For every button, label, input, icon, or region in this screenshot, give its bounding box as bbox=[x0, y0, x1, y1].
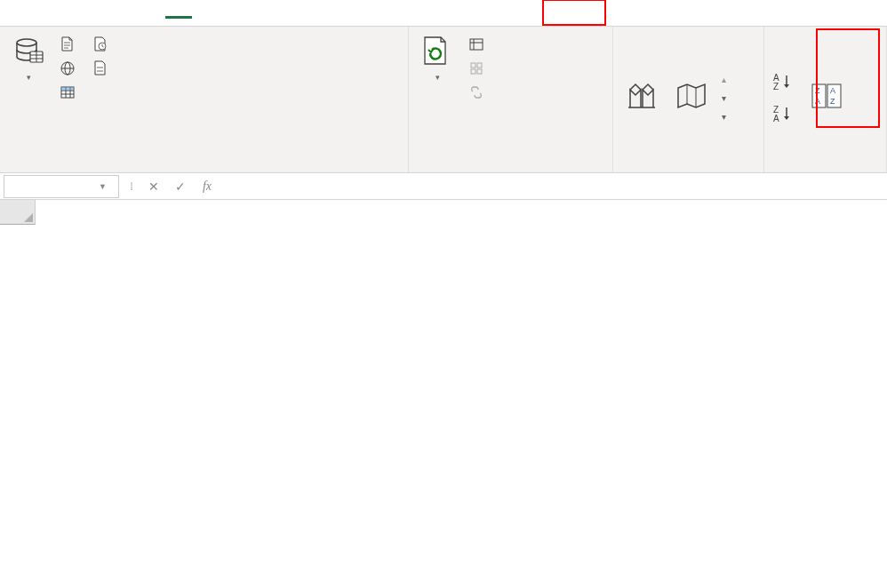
from-table-button[interactable] bbox=[55, 82, 84, 103]
tab-view[interactable] bbox=[219, 9, 245, 18]
tab-help[interactable] bbox=[272, 9, 299, 18]
svg-rect-16 bbox=[61, 87, 74, 91]
scroll-up-icon[interactable]: ▴ bbox=[722, 75, 726, 84]
tab-developer[interactable] bbox=[245, 9, 272, 18]
svg-text:Z: Z bbox=[830, 97, 835, 106]
chain-icon bbox=[468, 84, 484, 100]
get-data-button[interactable]: ▾ bbox=[5, 30, 52, 85]
tab-formulas[interactable] bbox=[139, 9, 165, 18]
svg-text:Z: Z bbox=[773, 82, 779, 91]
tab-page-layout[interactable] bbox=[112, 9, 139, 18]
formula-divider: ⁞ bbox=[123, 179, 140, 193]
chevron-down-icon[interactable]: ▼ bbox=[99, 182, 111, 191]
stocks-button[interactable] bbox=[619, 75, 665, 120]
chevron-down-icon: ▾ bbox=[27, 73, 31, 82]
svg-text:Z: Z bbox=[815, 86, 820, 95]
group-get-transform-label bbox=[5, 165, 403, 169]
select-all-corner[interactable] bbox=[0, 200, 36, 225]
group-queries-label bbox=[414, 165, 607, 169]
database-icon bbox=[11, 34, 46, 69]
from-text-csv-button[interactable] bbox=[55, 34, 84, 55]
ribbon-group-sort: AZ ZA ZAAZ bbox=[764, 27, 887, 172]
tab-draw[interactable] bbox=[85, 9, 112, 18]
ribbon-group-queries: ▾ bbox=[409, 27, 613, 172]
ribbon-group-get-transform: ▾ bbox=[0, 27, 409, 172]
properties-button[interactable] bbox=[464, 58, 493, 79]
stocks-icon bbox=[624, 79, 659, 115]
svg-rect-20 bbox=[470, 39, 483, 50]
ribbon-group-datatypes: ▴ ▾ ▾ bbox=[613, 27, 764, 172]
svg-rect-23 bbox=[471, 63, 475, 68]
table-icon bbox=[60, 84, 76, 100]
queries-conn-button[interactable] bbox=[464, 34, 493, 55]
tab-review[interactable] bbox=[192, 9, 219, 18]
file-conn-icon bbox=[92, 60, 108, 76]
chevron-down-icon: ▾ bbox=[436, 73, 440, 82]
svg-point-0 bbox=[17, 39, 36, 46]
from-web-button[interactable] bbox=[55, 58, 84, 79]
svg-rect-25 bbox=[471, 69, 475, 74]
geo-button[interactable] bbox=[668, 75, 715, 120]
existing-conn-button[interactable] bbox=[88, 58, 117, 79]
expand-icon[interactable]: ▾ bbox=[722, 112, 726, 122]
svg-text:A: A bbox=[815, 97, 820, 106]
cancel-formula-button[interactable]: ✕ bbox=[140, 179, 167, 194]
sort-desc-button[interactable]: ZA bbox=[773, 105, 796, 123]
refresh-icon bbox=[420, 34, 455, 69]
file-text-icon bbox=[60, 36, 76, 52]
formula-bar: ▼ ⁞ ✕ ✓ fx bbox=[0, 173, 887, 200]
link-icon bbox=[468, 36, 484, 52]
sort-dialog-icon: ZAAZ bbox=[809, 79, 844, 115]
group-sort-label bbox=[770, 165, 881, 169]
svg-text:A: A bbox=[830, 86, 835, 95]
properties-icon bbox=[468, 60, 484, 76]
map-icon bbox=[674, 79, 709, 115]
tab-file[interactable] bbox=[5, 9, 32, 18]
sort-button[interactable]: ZAAZ bbox=[803, 75, 850, 120]
fx-button[interactable]: fx bbox=[194, 179, 220, 194]
group-datatypes-label bbox=[619, 165, 758, 169]
edit-links-button[interactable] bbox=[464, 82, 493, 103]
grid-header-row bbox=[0, 200, 887, 225]
svg-rect-26 bbox=[477, 69, 482, 74]
svg-text:A: A bbox=[773, 114, 779, 123]
ribbon-tabs bbox=[0, 0, 887, 27]
enter-formula-button[interactable]: ✓ bbox=[167, 179, 194, 194]
sort-asc-button[interactable]: AZ bbox=[773, 73, 796, 91]
name-box[interactable]: ▼ bbox=[4, 175, 119, 198]
annotation-1-box bbox=[542, 0, 606, 26]
tab-home[interactable] bbox=[32, 9, 59, 18]
tab-insert[interactable] bbox=[59, 9, 85, 18]
recent-sources-button[interactable] bbox=[88, 34, 117, 55]
globe-icon bbox=[60, 60, 76, 76]
tab-data[interactable] bbox=[165, 7, 192, 19]
refresh-all-button[interactable]: ▾ bbox=[414, 30, 460, 85]
svg-rect-24 bbox=[477, 63, 482, 68]
scroll-down-icon[interactable]: ▾ bbox=[722, 93, 726, 103]
ribbon-content: ▾ bbox=[0, 27, 887, 173]
file-recent-icon bbox=[92, 36, 108, 52]
